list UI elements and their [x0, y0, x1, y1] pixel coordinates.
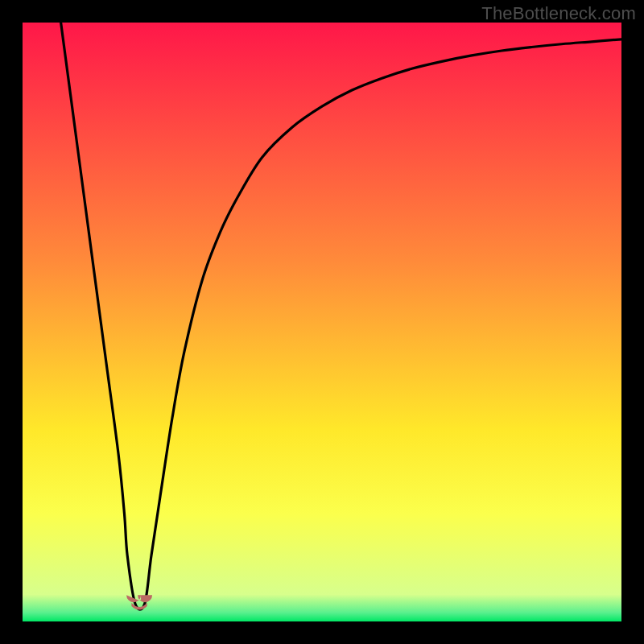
chart-frame: TheBottleneck.com: [0, 0, 644, 644]
watermark-text: TheBottleneck.com: [481, 3, 636, 24]
gradient-background: [23, 23, 621, 621]
chart-plot-area: [23, 23, 621, 621]
bottleneck-chart: [23, 23, 621, 621]
